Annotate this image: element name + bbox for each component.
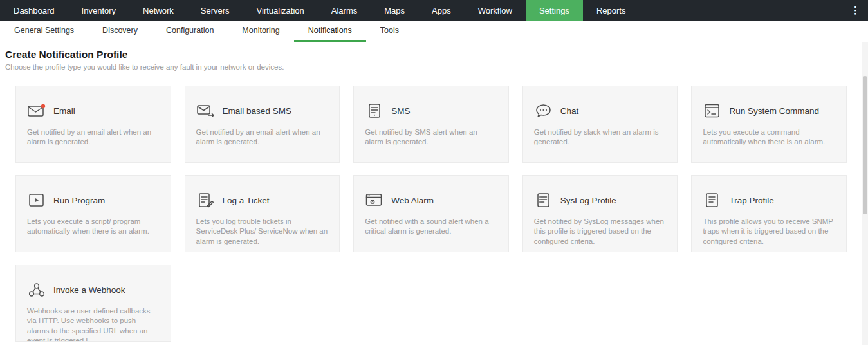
tab-configuration[interactable]: Configuration [152, 21, 228, 42]
page-header: Create Notification Profile Choose the p… [0, 42, 868, 71]
card-description: Lets you execute a command automatically… [703, 127, 835, 147]
nav-item-inventory[interactable]: Inventory [68, 0, 129, 21]
top-navigation-bar: Dashboard Inventory Network Servers Virt… [0, 0, 868, 21]
email-sms-icon [196, 102, 216, 119]
webhook-icon [27, 281, 46, 298]
card-title: Email [53, 106, 75, 116]
card-title: Run Program [53, 196, 105, 205]
card-description: Get notified with a sound alert when a c… [365, 217, 497, 237]
tab-tools[interactable]: Tools [366, 21, 413, 42]
page-subtitle: Choose the profile type you would like t… [5, 63, 863, 71]
nav-item-servers[interactable]: Servers [187, 0, 243, 21]
terminal-icon [703, 102, 722, 119]
nav-item-workflow[interactable]: Workflow [465, 0, 526, 21]
card-sms[interactable]: SMS Get notified by SMS alert when an al… [353, 86, 509, 163]
card-description: Lets you execute a script/ program autom… [27, 217, 160, 237]
chat-icon [534, 102, 553, 119]
card-syslog-profile[interactable]: SysLog Profile Get notified by SysLog me… [522, 175, 678, 252]
header-divider [0, 77, 868, 77]
run-program-icon [27, 192, 46, 209]
card-title: Web Alarm [391, 196, 434, 205]
tab-notifications[interactable]: Notifications [294, 21, 366, 42]
nav-item-settings[interactable]: Settings [526, 0, 583, 21]
nav-item-apps[interactable]: Apps [418, 0, 465, 21]
settings-tab-bar: General Settings Discovery Configuration… [0, 21, 868, 42]
sms-icon [365, 102, 384, 119]
card-title: SMS [391, 106, 410, 116]
card-email-based-sms[interactable]: Email based SMS Get notified by an email… [185, 86, 340, 163]
card-chat[interactable]: Chat Get notified by slack when an alarm… [522, 86, 678, 163]
scrollbar[interactable] [862, 42, 868, 345]
nav-item-dashboard[interactable]: Dashboard [0, 0, 68, 21]
nav-item-reports[interactable]: Reports [583, 0, 640, 21]
notification-profile-grid: Email Get notified by an email alert whe… [15, 86, 847, 342]
card-description: Get notified by an email alert when an a… [196, 127, 329, 147]
card-description: Get notified by SysLog messages when thi… [534, 217, 667, 247]
card-description: Get notified by an email alert when an a… [27, 127, 160, 147]
tab-discovery[interactable]: Discovery [88, 21, 152, 42]
scrollbar-thumb[interactable] [863, 76, 867, 214]
card-web-alarm[interactable]: Web Alarm Get notified with a sound aler… [353, 175, 509, 252]
card-log-a-ticket[interactable]: Log a Ticket Lets you log trouble ticket… [185, 175, 340, 252]
nav-item-alarms[interactable]: Alarms [318, 0, 371, 21]
syslog-icon [534, 192, 553, 209]
card-title: Chat [560, 106, 579, 116]
trap-icon [703, 192, 722, 209]
card-title: SysLog Profile [560, 196, 616, 205]
nav-item-network[interactable]: Network [129, 0, 187, 21]
card-invoke-a-webhook[interactable]: Invoke a Webhook Webhooks are user-defin… [15, 265, 171, 342]
card-description: Webhooks are user-defined callbacks via … [27, 306, 160, 342]
card-title: Log a Ticket [223, 196, 270, 205]
card-description: Get notified by SMS alert when an alarm … [365, 127, 497, 147]
card-title: Trap Profile [729, 196, 773, 205]
page-title: Create Notification Profile [5, 48, 863, 61]
tab-monitoring[interactable]: Monitoring [228, 21, 293, 42]
card-title: Invoke a Webhook [53, 285, 125, 295]
card-description: Lets you log trouble tickets in ServiceD… [196, 217, 329, 247]
card-run-system-command[interactable]: Run System Command Lets you execute a co… [691, 86, 847, 163]
card-run-program[interactable]: Run Program Lets you execute a script/ p… [15, 175, 171, 252]
card-trap-profile[interactable]: Trap Profile This profile allows you to … [691, 175, 847, 252]
web-alarm-icon [365, 192, 384, 209]
card-title: Email based SMS [223, 106, 291, 116]
email-icon [27, 102, 46, 119]
ticket-icon [196, 192, 216, 209]
card-email[interactable]: Email Get notified by an email alert whe… [15, 86, 171, 163]
nav-item-virtualization[interactable]: Virtualization [243, 0, 318, 21]
kebab-menu-icon[interactable]: ⋮ [845, 0, 865, 21]
nav-item-maps[interactable]: Maps [371, 0, 418, 21]
card-title: Run System Command [729, 106, 819, 116]
card-description: This profile allows you to receive SNMP … [703, 217, 835, 247]
card-description: Get notified by slack when an alarm is g… [534, 127, 667, 147]
tab-general-settings[interactable]: General Settings [0, 21, 88, 42]
